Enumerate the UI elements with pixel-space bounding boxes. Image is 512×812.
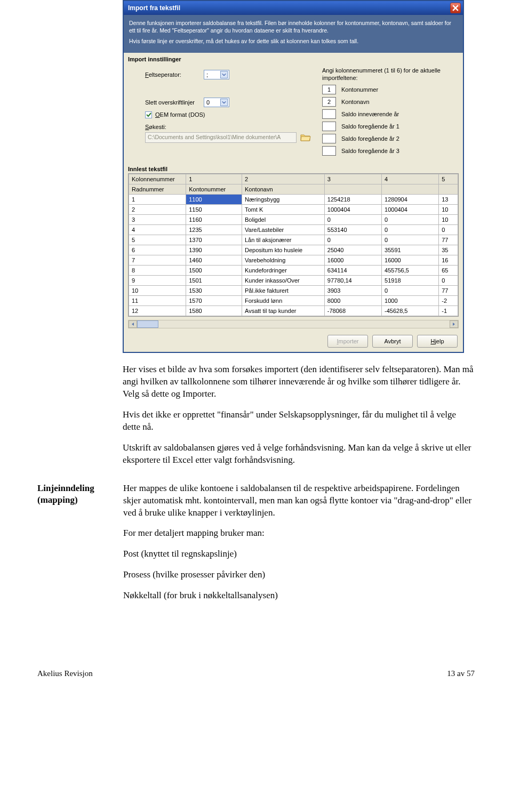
table-cell: 8000 <box>324 296 381 306</box>
scroll-left-icon[interactable] <box>129 320 137 328</box>
table-cell: 1000404 <box>382 205 439 215</box>
colmap-label: Saldo foregående år 3 <box>341 148 399 154</box>
table-cell: Boligdel <box>242 215 325 225</box>
table-cell: 3 <box>129 215 186 225</box>
table-header: 1 <box>186 174 242 184</box>
table-row[interactable]: 121580Avsatt til tap kunder-78068-45628,… <box>129 306 458 316</box>
table-cell: Depositum kto husleie <box>242 245 325 255</box>
colmap-label: Kontonavn <box>341 99 370 105</box>
chevron-down-icon[interactable] <box>220 71 228 78</box>
table-cell: 1 <box>129 195 186 205</box>
close-icon[interactable] <box>450 3 461 13</box>
body-paragraph: Hvis det ikke er opprettet "finansår" un… <box>123 409 475 433</box>
table-cell: 6 <box>129 245 186 255</box>
colmap-label: Saldo inneværende år <box>341 111 399 117</box>
avbryt-button[interactable]: Avbryt <box>372 335 413 348</box>
table-cell: 1501 <box>186 276 242 286</box>
table-row[interactable]: 111570Forskudd lønn80001000-2 <box>129 296 458 306</box>
folder-icon[interactable] <box>300 132 311 143</box>
table-cell: 1390 <box>186 245 242 255</box>
table-cell: 1000 <box>382 296 439 306</box>
hjelp-button[interactable]: Hjelp <box>417 335 458 348</box>
table-header: 2 <box>242 174 325 184</box>
table-cell: 0 <box>382 235 439 245</box>
horizontal-scrollbar[interactable] <box>128 320 459 328</box>
table-cell: 16 <box>439 255 458 266</box>
table-row[interactable]: 71460Varebeholdning160001600016 <box>129 255 458 266</box>
table-row[interactable]: 101530Pål.ikke fakturert3903077 <box>129 286 458 296</box>
colmap-label: Kontonummer <box>341 86 378 93</box>
table-cell: 1530 <box>186 286 242 296</box>
table-row[interactable]: 21150Tomt K1000404100040410 <box>129 205 458 215</box>
table-cell: 1000404 <box>324 205 381 215</box>
table-cell: 0 <box>439 225 458 235</box>
table-header <box>324 184 381 195</box>
table-cell: -1 <box>439 306 458 316</box>
table-row[interactable]: 41235Vare/Lastebiler55314000 <box>129 225 458 235</box>
table-cell: 1254218 <box>324 195 381 205</box>
section-innlest-tekstfil: Innlest tekstfil <box>124 163 463 173</box>
oem-format-checkbox[interactable]: OEM format (DOS) <box>145 111 311 118</box>
intro-paragraph: Hvis første linje er overskrifter, må de… <box>129 37 458 45</box>
table-cell: -45628,5 <box>382 306 439 316</box>
table-cell: 35 <box>439 245 458 255</box>
colnum-input[interactable] <box>322 109 336 119</box>
table-cell: Pål.ikke fakturert <box>242 286 325 296</box>
table-header: Kontonavn <box>242 184 325 195</box>
table-cell: 1100 <box>186 195 242 205</box>
colnum-input[interactable]: 2 <box>322 97 336 107</box>
preview-table: Kolonnenummer 1 2 3 4 5 Radnummer Konton… <box>128 173 459 317</box>
body-paragraph: Nøkkeltall (for bruk i nøkkeltallsanalys… <box>123 590 475 602</box>
table-cell: 1370 <box>186 235 242 245</box>
table-cell: 5 <box>129 235 186 245</box>
table-header <box>382 184 439 195</box>
table-cell: 0 <box>324 235 381 245</box>
importer-button[interactable]: Importer <box>327 335 368 348</box>
table-row[interactable]: 61390Depositum kto husleie250403559135 <box>129 245 458 255</box>
table-cell: 13 <box>439 195 458 205</box>
table-cell: 1160 <box>186 215 242 225</box>
table-cell: 10 <box>439 205 458 215</box>
table-cell: 0 <box>324 215 381 225</box>
footer-right: 13 av 57 <box>447 669 475 678</box>
dialog-title: Import fra tekstfil <box>128 4 450 12</box>
colnum-input[interactable] <box>322 134 336 143</box>
table-row[interactable]: 91501Kunder inkasso/Over97780,14519180 <box>129 276 458 286</box>
table-cell: 77 <box>439 286 458 296</box>
body-paragraph: Post (knyttet til regnskapslinje) <box>123 548 475 560</box>
table-cell: 4 <box>129 225 186 235</box>
colnum-input[interactable] <box>322 122 336 131</box>
sokesti-input[interactable]: C:\Documents and Settings\ksol1\Mine dok… <box>145 132 297 143</box>
slett-overskrift-combo[interactable]: 0 <box>204 98 229 107</box>
import-dialog: Import fra tekstfil Denne funksjonen imp… <box>123 0 464 353</box>
feltseparator-label: Feltseperator: <box>145 71 198 78</box>
scroll-right-icon[interactable] <box>450 320 458 328</box>
table-cell: 1580 <box>186 306 242 316</box>
table-cell: 10 <box>129 286 186 296</box>
colnum-input[interactable]: 1 <box>322 85 336 94</box>
table-cell: 65 <box>439 266 458 276</box>
table-row[interactable]: 51370Lån til aksjonærer0077 <box>129 235 458 245</box>
table-row[interactable]: 11100Næringsbygg1254218128090413 <box>129 195 458 205</box>
chevron-down-icon[interactable] <box>220 99 228 106</box>
sokesti-label: Søkesti: <box>145 124 166 130</box>
section-body: Her mappes de ulike kontoene i saldobala… <box>123 483 475 611</box>
table-header <box>439 184 458 195</box>
page-footer: Akelius Revisjon 13 av 57 <box>0 669 512 689</box>
table-row[interactable]: 81500Kundefordringer634114455756,565 <box>129 266 458 276</box>
colnum-input[interactable] <box>322 146 336 156</box>
table-cell: 9 <box>129 276 186 286</box>
table-cell: 35591 <box>382 245 439 255</box>
table-cell: 0 <box>439 276 458 286</box>
table-cell: 2 <box>129 205 186 215</box>
table-cell: 634114 <box>324 266 381 276</box>
table-row[interactable]: 31160Boligdel0010 <box>129 215 458 225</box>
table-cell: 0 <box>382 286 439 296</box>
table-cell: Lån til aksjonærer <box>242 235 325 245</box>
colmap-label: Saldo foregående år 2 <box>341 135 399 142</box>
table-cell: 1150 <box>186 205 242 215</box>
table-cell: 0 <box>382 215 439 225</box>
feltseparator-combo[interactable]: ; <box>204 70 229 79</box>
scrollbar-thumb[interactable] <box>137 320 158 328</box>
table-cell: Kunder inkasso/Over <box>242 276 325 286</box>
